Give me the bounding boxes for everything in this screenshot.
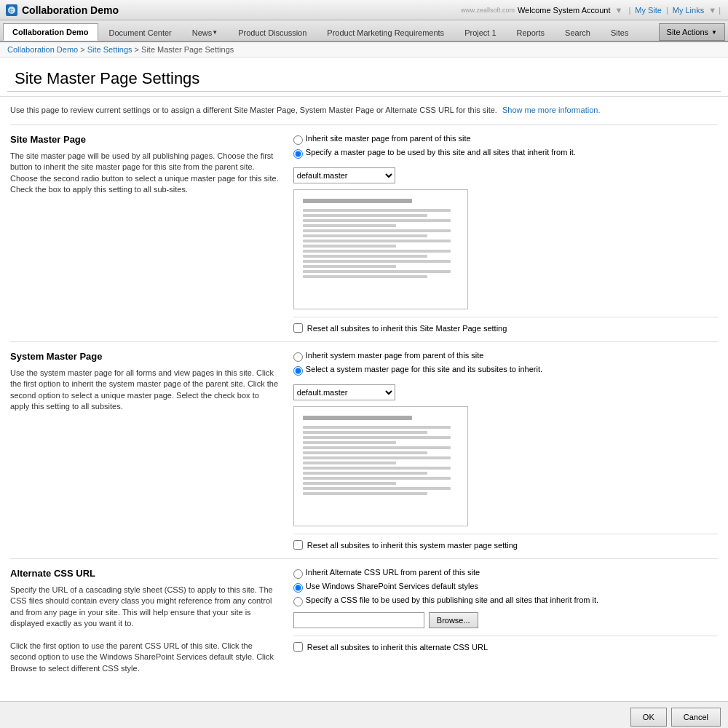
- css-url-row: Browse...: [293, 612, 718, 628]
- tab-product-discussion[interactable]: Product Discussion: [229, 23, 316, 41]
- css-inherit-radio[interactable]: [293, 569, 303, 579]
- preview-lines-2: [294, 407, 467, 506]
- breadcrumb-site-settings[interactable]: Site Settings: [87, 45, 132, 54]
- css-specify-radio[interactable]: [293, 597, 303, 606]
- system-master-page-section: System Master Page Use the system master…: [10, 341, 718, 558]
- pl: [303, 199, 412, 203]
- breadcrumb-current: Site Master Page Settings: [141, 45, 234, 54]
- system-master-reset-checkbox[interactable]: [293, 540, 303, 550]
- pl: [303, 451, 427, 454]
- site-actions-button[interactable]: Site Actions: [659, 23, 725, 41]
- tab-news[interactable]: News: [183, 23, 227, 41]
- site-master-reset-checkbox[interactable]: [293, 323, 303, 333]
- top-bar-right: www.zeallsoft.com Welcome System Account…: [461, 6, 722, 15]
- pl: [303, 250, 451, 253]
- tab-reports[interactable]: Reports: [507, 23, 555, 41]
- tab-project-1[interactable]: Project 1: [455, 23, 505, 41]
- pl: [303, 219, 451, 222]
- welcome-text: Welcome System Account: [518, 6, 611, 15]
- site-master-specify-radio[interactable]: [293, 149, 303, 159]
- css-checkbox-label: Reset all subsites to inherit this alter…: [307, 643, 488, 652]
- watermark-label: www.zeallsoft.com: [461, 7, 515, 14]
- sep3: |: [666, 6, 668, 15]
- pl: [303, 245, 396, 248]
- css-reset-checkbox[interactable]: [293, 642, 303, 652]
- css-url-input[interactable]: [293, 612, 424, 628]
- pl: [303, 265, 396, 268]
- page-description: Use this page to review current settings…: [10, 106, 718, 114]
- my-links-link[interactable]: My Links: [673, 6, 704, 15]
- system-master-inherit-option[interactable]: Inherit system master page from parent o…: [293, 351, 718, 362]
- breadcrumb-collaboration-demo[interactable]: Collaboration Demo: [7, 45, 78, 54]
- system-master-page-desc: Use the system master page for all forms…: [10, 368, 279, 413]
- pl: [303, 260, 451, 263]
- alternate-css-left: Alternate CSS URL Specify the URL of a c…: [10, 568, 293, 674]
- css-inherit-option[interactable]: Inherit Alternate CSS URL from parent of…: [293, 568, 718, 579]
- tab-sites[interactable]: Sites: [601, 23, 638, 41]
- css-default-radio[interactable]: [293, 583, 303, 593]
- cancel-button[interactable]: Cancel: [671, 708, 721, 727]
- tab-collaboration-demo[interactable]: Collaboration Demo: [3, 23, 98, 41]
- system-master-inherit-radio[interactable]: [293, 352, 303, 362]
- site-master-page-title: Site Master Page: [10, 134, 279, 145]
- alternate-css-radio-group: Inherit Alternate CSS URL from parent of…: [293, 568, 718, 606]
- css-checkbox-row: Reset all subsites to inherit this alter…: [293, 636, 718, 652]
- pl: [303, 436, 451, 439]
- site-master-specify-option[interactable]: Specify a master page to be used by this…: [293, 148, 718, 159]
- site-master-preview: [293, 189, 468, 309]
- css-default-option[interactable]: Use Windows SharePoint Services default …: [293, 582, 718, 593]
- browse-button[interactable]: Browse...: [429, 612, 478, 628]
- pl: [303, 456, 451, 459]
- tab-product-marketing[interactable]: Product Marketing Requirements: [317, 23, 454, 41]
- pl: [303, 209, 451, 212]
- system-master-specify-radio[interactable]: [293, 366, 303, 376]
- system-master-preview: [293, 406, 468, 526]
- system-master-dropdown[interactable]: default.master custom.master minimal.mas…: [293, 384, 395, 400]
- system-master-page-title: System Master Page: [10, 351, 279, 362]
- pl: [303, 446, 451, 449]
- pl: [303, 270, 451, 273]
- pl: [303, 482, 396, 485]
- tab-search[interactable]: Search: [555, 23, 600, 41]
- site-master-checkbox-label: Reset all subsites to inherit this Site …: [307, 324, 507, 333]
- sep4: ▼ |: [708, 6, 721, 15]
- pl: [303, 234, 427, 237]
- pl: [303, 487, 451, 490]
- app-title: Collaboration Demo: [22, 4, 119, 16]
- preview-lines-1: [294, 190, 467, 289]
- system-master-radio-group: Inherit system master page from parent o…: [293, 351, 718, 376]
- pl: [303, 492, 427, 495]
- pl: [303, 467, 451, 470]
- show-more-link[interactable]: Show me more information.: [502, 106, 601, 114]
- system-master-checkbox-label: Reset all subsites to inherit this syste…: [307, 541, 518, 550]
- system-master-specify-option[interactable]: Select a system master page for this sit…: [293, 365, 718, 376]
- site-master-inherit-radio[interactable]: [293, 135, 303, 145]
- top-bar: C Collaboration Demo www.zeallsoft.com W…: [0, 0, 728, 20]
- tab-document-center[interactable]: Document Center: [100, 23, 181, 41]
- ok-button[interactable]: OK: [630, 708, 667, 727]
- pl: [303, 441, 396, 444]
- system-master-page-left: System Master Page Use the system master…: [10, 351, 293, 550]
- alternate-css-title: Alternate CSS URL: [10, 568, 279, 579]
- pl: [303, 224, 396, 227]
- page-title: Site Master Page Settings: [7, 63, 721, 92]
- site-master-inherit-option[interactable]: Inherit site master page from parent of …: [293, 134, 718, 145]
- site-master-radio-group: Inherit site master page from parent of …: [293, 134, 718, 159]
- main-content: Use this page to review current settings…: [0, 97, 728, 701]
- system-master-page-right: Inherit system master page from parent o…: [293, 351, 718, 550]
- breadcrumb: Collaboration Demo > Site Settings > Sit…: [0, 42, 728, 58]
- css-specify-option[interactable]: Specify a CSS file to be used by this pu…: [293, 596, 718, 606]
- pl: [303, 240, 451, 242]
- pl: [303, 416, 412, 420]
- bottom-bar: OK Cancel: [0, 701, 728, 728]
- pl: [303, 477, 451, 480]
- app-icon: C: [6, 4, 17, 16]
- site-master-dropdown[interactable]: default.master custom.master minimal.mas…: [293, 167, 395, 183]
- nav-bar: Collaboration Demo Document Center News …: [0, 20, 728, 42]
- my-site-link[interactable]: My Site: [635, 6, 662, 15]
- site-master-checkbox-row: Reset all subsites to inherit this Site …: [293, 317, 718, 333]
- svg-text:C: C: [9, 8, 13, 13]
- pl: [303, 255, 427, 258]
- pl: [303, 214, 427, 217]
- app-branding: C Collaboration Demo: [6, 4, 119, 16]
